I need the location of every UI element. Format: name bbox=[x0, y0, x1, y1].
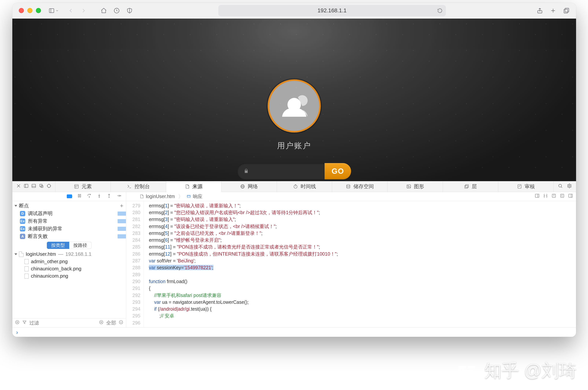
history-button[interactable] bbox=[114, 6, 120, 15]
svg-rect-66 bbox=[569, 194, 572, 197]
response-icon bbox=[187, 194, 191, 199]
toggle-details-icon[interactable] bbox=[568, 193, 573, 199]
breakpoint-item[interactable]: Ex 所有异常 bbox=[12, 217, 126, 225]
share-button[interactable] bbox=[537, 6, 543, 15]
toggle-right-side-icon[interactable] bbox=[535, 193, 540, 199]
svg-text:T: T bbox=[553, 194, 555, 197]
svg-line-38 bbox=[561, 187, 562, 188]
home-button[interactable] bbox=[101, 6, 107, 15]
resource-item[interactable]: admin_other.png bbox=[12, 258, 126, 265]
add-source-button[interactable] bbox=[15, 320, 20, 326]
tab-timeline[interactable]: 时间线 bbox=[277, 181, 332, 192]
settings-icon[interactable] bbox=[567, 183, 572, 190]
seg-by-type[interactable]: 按类型 bbox=[47, 242, 69, 249]
login-form: GO bbox=[237, 163, 351, 179]
tabs-overview-button[interactable] bbox=[563, 6, 570, 15]
step-into-button[interactable] bbox=[97, 193, 102, 199]
reload-button[interactable] bbox=[437, 6, 442, 15]
address-bar[interactable]: 192.168.1.1 bbox=[218, 5, 446, 16]
dock-left-icon[interactable] bbox=[24, 183, 29, 190]
tab-graphics[interactable]: 图形 bbox=[388, 181, 443, 192]
browser-toolbar: 192.168.1.1 bbox=[12, 3, 576, 19]
layers-icon bbox=[464, 184, 469, 189]
scope-chevron-icon bbox=[119, 320, 123, 326]
tab-storage[interactable]: 储存空间 bbox=[332, 181, 388, 192]
close-devtools-button[interactable] bbox=[16, 183, 21, 190]
disclosure-triangle-icon bbox=[15, 205, 17, 207]
clear-filter-button[interactable] bbox=[99, 320, 104, 326]
file-icon bbox=[19, 251, 24, 257]
tab-elements[interactable]: 元素 bbox=[55, 181, 111, 192]
sidebar-toggle-button[interactable] bbox=[48, 6, 59, 15]
chevron-down-icon bbox=[55, 9, 59, 12]
tab-audit[interactable]: 审核 bbox=[498, 181, 554, 192]
tab-network[interactable]: 网络 bbox=[222, 181, 277, 192]
svg-point-16 bbox=[47, 184, 50, 187]
url-text: 192.168.1.1 bbox=[317, 7, 347, 14]
add-breakpoint-button[interactable]: + bbox=[120, 203, 123, 209]
console-icon bbox=[127, 184, 132, 189]
resource-item[interactable]: chinaunicom_back.png bbox=[12, 265, 126, 272]
inspect-element-button[interactable] bbox=[46, 183, 51, 190]
chevron-right-icon bbox=[80, 7, 87, 14]
svg-rect-60 bbox=[535, 194, 539, 197]
type-profile-icon[interactable]: T bbox=[551, 193, 556, 199]
svg-rect-10 bbox=[24, 184, 28, 187]
breadcrumb-file[interactable]: loginUser.htm bbox=[139, 194, 175, 199]
nav-forward-button[interactable] bbox=[80, 6, 87, 15]
console-prompt-icon: › bbox=[16, 329, 18, 336]
breakpoint-label: 所有异常 bbox=[28, 218, 48, 224]
resource-item[interactable]: chinaunicom.png bbox=[12, 272, 126, 280]
format-code-icon[interactable] bbox=[543, 193, 548, 199]
breakpoint-flag-icon[interactable] bbox=[118, 234, 126, 239]
new-tab-button[interactable] bbox=[550, 6, 556, 15]
breakpoint-item[interactable]: D 调试器声明 bbox=[12, 210, 126, 217]
svg-text:C: C bbox=[561, 194, 563, 197]
tab-sources[interactable]: 来源 bbox=[166, 181, 222, 192]
code-editor[interactable]: 2792802812822832842852862872882892902912… bbox=[126, 201, 576, 327]
console-drawer[interactable]: › bbox=[12, 327, 576, 337]
breakpoint-badge: D bbox=[20, 211, 25, 216]
dock-popout-icon[interactable] bbox=[39, 183, 44, 190]
breakpoint-item[interactable]: A 断言失败 bbox=[12, 233, 126, 240]
step-over-button[interactable] bbox=[87, 193, 92, 199]
svg-rect-7 bbox=[564, 9, 568, 13]
svg-rect-6 bbox=[565, 8, 569, 12]
checklist-icon bbox=[517, 184, 522, 189]
window-maximize-button[interactable] bbox=[36, 8, 41, 13]
breakpoint-label: 断言失败 bbox=[28, 233, 48, 240]
filter-input[interactable] bbox=[29, 320, 96, 326]
devtools-panel: 元素 控制台 来源 网络 时间线 储存空间 图形 层 审核 bbox=[12, 181, 576, 337]
breakpoint-item[interactable]: Ex 未捕获到的异常 bbox=[12, 225, 126, 233]
step-button[interactable] bbox=[117, 193, 121, 199]
window-close-button[interactable] bbox=[19, 8, 24, 13]
file-icon bbox=[139, 194, 144, 199]
step-out-button[interactable] bbox=[107, 193, 112, 199]
breakpoint-flag-icon[interactable] bbox=[118, 219, 126, 223]
user-avatar bbox=[268, 79, 321, 133]
devtools-tablist: 元素 控制台 来源 网络 时间线 储存空间 图形 层 审核 bbox=[12, 181, 576, 192]
tab-layers[interactable]: 层 bbox=[443, 181, 498, 192]
breakpoint-flag-icon[interactable] bbox=[118, 211, 126, 216]
dock-bottom-icon[interactable] bbox=[31, 183, 36, 190]
password-input[interactable] bbox=[237, 163, 324, 179]
seg-by-path[interactable]: 按路径 bbox=[69, 242, 91, 249]
coverage-icon[interactable]: C bbox=[560, 193, 565, 199]
house-icon bbox=[101, 7, 107, 14]
pause-button[interactable] bbox=[77, 193, 82, 199]
breakpoints-header[interactable]: 断点 + bbox=[12, 202, 126, 210]
breadcrumb-response[interactable]: 响应 bbox=[187, 193, 202, 199]
window-minimize-button[interactable] bbox=[27, 8, 33, 13]
chevron-left-icon bbox=[68, 7, 74, 14]
search-icon[interactable] bbox=[558, 183, 563, 190]
privacy-button[interactable] bbox=[126, 6, 133, 15]
nav-back-button[interactable] bbox=[68, 6, 74, 15]
scope-label[interactable]: 全部 bbox=[106, 320, 116, 326]
source-file-row[interactable]: loginUser.htm — 192.168.1.1 bbox=[12, 250, 126, 258]
breakpoint-flag-icon[interactable] bbox=[118, 227, 126, 231]
tab-console[interactable]: 控制台 bbox=[111, 181, 166, 192]
breakpoint-marker-icon[interactable] bbox=[67, 195, 72, 198]
image-file-icon bbox=[24, 259, 29, 264]
login-submit-button[interactable]: GO bbox=[324, 163, 351, 179]
image-file-icon bbox=[24, 274, 29, 279]
